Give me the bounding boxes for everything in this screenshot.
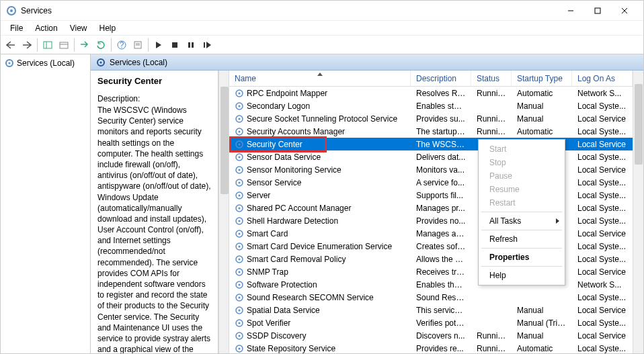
col-status[interactable]: Status bbox=[471, 71, 512, 86]
scroll-thumb[interactable] bbox=[635, 84, 643, 165]
gear-icon bbox=[235, 306, 244, 315]
svg-point-36 bbox=[239, 169, 241, 171]
cell-name: Sensor Data Service bbox=[229, 152, 411, 162]
col-name[interactable]: Name bbox=[229, 71, 411, 86]
cell-description: Provides re... bbox=[411, 344, 471, 353]
table-row[interactable]: Shared PC Account ManagerManages pr...Lo… bbox=[229, 202, 633, 214]
table-row[interactable]: Sensor ServiceA service fo...Local Syste… bbox=[229, 176, 633, 189]
svg-rect-17 bbox=[192, 42, 194, 48]
gear-icon bbox=[235, 242, 244, 251]
cell-logon: Local Service bbox=[572, 165, 633, 175]
desc-scrollbar[interactable] bbox=[218, 71, 229, 353]
close-button[interactable] bbox=[611, 1, 638, 20]
svg-point-30 bbox=[239, 130, 241, 132]
cell-name: Server bbox=[229, 191, 411, 200]
list-scrollbar[interactable] bbox=[633, 71, 643, 353]
ctx-refresh[interactable]: Refresh bbox=[479, 232, 565, 246]
start-service-button[interactable] bbox=[151, 38, 166, 52]
pause-service-button[interactable] bbox=[184, 38, 198, 52]
gear-icon bbox=[235, 140, 244, 149]
properties-sheet-button[interactable] bbox=[130, 38, 145, 52]
refresh-button[interactable] bbox=[93, 38, 108, 52]
ctx-properties[interactable]: Properties bbox=[479, 251, 565, 264]
menu-view[interactable]: View bbox=[65, 22, 93, 34]
table-row[interactable]: Shell Hardware DetectionProvides no...Lo… bbox=[229, 214, 633, 227]
cell-description: Provides no... bbox=[411, 216, 471, 226]
svg-rect-8 bbox=[60, 42, 68, 48]
main-area: Services (Local) Services (Local) Securi… bbox=[1, 54, 643, 353]
minimize-button[interactable] bbox=[557, 1, 584, 20]
help-button[interactable]: ? bbox=[114, 38, 129, 52]
table-row[interactable]: SNMP TrapReceives tra...Local Service bbox=[229, 265, 633, 278]
ctx-start[interactable]: Start bbox=[479, 142, 565, 156]
cell-name: Security Center bbox=[229, 140, 411, 149]
cell-logon: Local Service bbox=[572, 331, 633, 341]
cell-name: Spatial Data Service bbox=[229, 306, 411, 315]
table-row[interactable]: Smart CardManages ac...Local Service bbox=[229, 227, 633, 240]
gear-icon bbox=[235, 204, 244, 213]
tree-services-local[interactable]: Services (Local) bbox=[2, 57, 89, 69]
ctx-resume[interactable]: Resume bbox=[479, 183, 565, 196]
svg-point-1 bbox=[10, 9, 13, 12]
ctx-restart[interactable]: Restart bbox=[479, 196, 565, 210]
col-startup-type[interactable]: Startup Type bbox=[512, 71, 572, 86]
ctx-all-tasks[interactable]: All Tasks bbox=[479, 214, 565, 228]
list-panel: Name Description Status Startup Type Log… bbox=[218, 71, 643, 353]
table-row[interactable]: Secure Socket Tunneling Protocol Service… bbox=[229, 112, 633, 125]
menu-help[interactable]: Help bbox=[94, 22, 122, 34]
svg-point-38 bbox=[239, 181, 241, 183]
cell-description: Discovers n... bbox=[411, 331, 471, 341]
col-description[interactable]: Description bbox=[411, 71, 471, 86]
back-button[interactable] bbox=[3, 38, 18, 52]
table-row[interactable]: Security CenterThe WSCSV...Local Service bbox=[229, 138, 633, 150]
table-header: Name Description Status Startup Type Log… bbox=[229, 71, 633, 87]
restart-service-button[interactable] bbox=[200, 38, 214, 52]
cell-logon: Local Syste... bbox=[572, 101, 633, 111]
table-row[interactable]: Software ProtectionEnables the ...Networ… bbox=[229, 278, 633, 291]
table-row[interactable]: RPC Endpoint MapperResolves RP...Running… bbox=[229, 87, 633, 99]
menu-file[interactable]: File bbox=[5, 22, 28, 34]
cell-name: Smart Card Removal Policy bbox=[229, 255, 411, 264]
table-row[interactable]: ServerSupports fil...Local Syste... bbox=[229, 189, 633, 202]
console-tree: Services (Local) bbox=[1, 54, 91, 353]
cell-startup: Manual bbox=[512, 114, 572, 124]
menu-action[interactable]: Action bbox=[30, 22, 63, 34]
table-row[interactable]: SSDP DiscoveryDiscovers n...RunningManua… bbox=[229, 329, 633, 342]
gear-icon bbox=[235, 318, 244, 328]
export-list-button[interactable] bbox=[77, 38, 92, 52]
scroll-thumb[interactable] bbox=[220, 87, 229, 194]
gear-icon bbox=[235, 89, 244, 98]
cell-description: Monitors va... bbox=[411, 165, 471, 175]
table-row[interactable]: State Repository ServiceProvides re...Ru… bbox=[229, 342, 633, 353]
forward-button[interactable] bbox=[19, 38, 34, 52]
table-row[interactable]: Spatial Data ServiceThis service ...Manu… bbox=[229, 304, 633, 316]
cell-name: Software Protection bbox=[229, 280, 411, 290]
svg-point-34 bbox=[239, 156, 241, 158]
cell-logon: Network S... bbox=[572, 280, 633, 290]
ctx-help[interactable]: Help bbox=[479, 269, 565, 282]
cell-logon: Local Service bbox=[572, 140, 633, 149]
table-row[interactable]: Security Accounts ManagerThe startup ...… bbox=[229, 125, 633, 138]
ctx-stop[interactable]: Stop bbox=[479, 156, 565, 169]
cell-logon: Local Service bbox=[572, 229, 633, 238]
cell-description: Manages ac... bbox=[411, 229, 471, 238]
table-row[interactable]: Smart Card Device Enumeration ServiceCre… bbox=[229, 240, 633, 253]
svg-point-40 bbox=[239, 194, 241, 196]
table-row[interactable]: Spot VerifierVerifies pote...Manual (Tri… bbox=[229, 316, 633, 329]
cell-name: Shared PC Account Manager bbox=[229, 204, 411, 213]
cell-description: Allows the s... bbox=[411, 255, 471, 264]
table-row[interactable]: Sensor Monitoring ServiceMonitors va...L… bbox=[229, 163, 633, 176]
show-hide-tree-button[interactable] bbox=[40, 38, 55, 52]
table-row[interactable]: Smart Card Removal PolicyAllows the s...… bbox=[229, 253, 633, 265]
maximize-button[interactable] bbox=[584, 1, 611, 20]
stop-service-button[interactable] bbox=[167, 38, 182, 52]
table-row[interactable]: Sensor Data ServiceDelivers dat...Local … bbox=[229, 150, 633, 163]
table-row[interactable]: Sound Research SECOMN ServiceSound Rese.… bbox=[229, 291, 633, 304]
table-row[interactable]: Secondary LogonEnables star...ManualLoca… bbox=[229, 99, 633, 112]
ctx-pause[interactable]: Pause bbox=[479, 169, 565, 183]
svg-point-26 bbox=[239, 105, 241, 107]
properties-button[interactable] bbox=[56, 38, 71, 52]
svg-point-44 bbox=[239, 220, 241, 222]
svg-point-60 bbox=[239, 322, 241, 324]
col-logon-as[interactable]: Log On As bbox=[572, 71, 633, 86]
